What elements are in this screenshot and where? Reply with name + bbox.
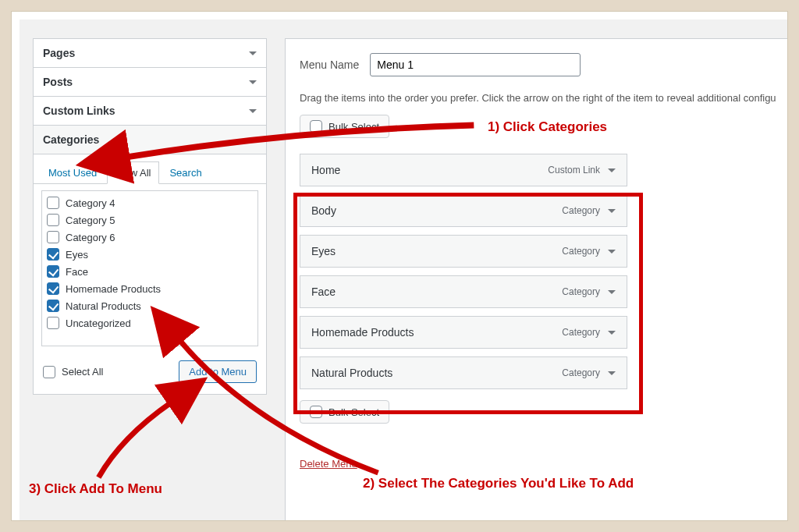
- panel-pages[interactable]: Pages: [33, 38, 267, 68]
- tab-most-used[interactable]: Most Used: [40, 161, 105, 184]
- chevron-down-icon[interactable]: [608, 168, 616, 172]
- panel-custom-links-label: Custom Links: [43, 105, 115, 117]
- annotation-3: 3) Click Add To Menu: [29, 481, 162, 497]
- chevron-down-icon[interactable]: [608, 290, 616, 294]
- checkbox-icon[interactable]: [47, 197, 59, 209]
- chevron-up-icon: [249, 138, 257, 142]
- list-item[interactable]: Natural Products: [47, 297, 253, 314]
- menu-name-input[interactable]: [370, 53, 581, 76]
- tab-view-all[interactable]: View All: [107, 161, 159, 184]
- menu-item[interactable]: Homemade ProductsCategory: [300, 316, 627, 349]
- checkbox-icon[interactable]: [47, 214, 59, 226]
- menu-name-label: Menu Name: [300, 59, 359, 71]
- chevron-down-icon: [249, 80, 257, 84]
- select-all[interactable]: Select All: [43, 364, 103, 381]
- bulk-select-top[interactable]: Bulk Select: [300, 115, 389, 138]
- menu-item-name: Natural Products: [311, 367, 392, 379]
- panel-categories[interactable]: Categories Most Used View All Search Cat…: [33, 126, 267, 395]
- checkbox-icon[interactable]: [47, 248, 59, 261]
- panel-posts-label: Posts: [43, 76, 73, 88]
- menu-item[interactable]: FaceCategory: [300, 275, 627, 308]
- list-item[interactable]: Homemade Products: [47, 280, 253, 297]
- panel-pages-label: Pages: [43, 47, 75, 59]
- add-to-menu-button[interactable]: Add to Menu: [179, 360, 257, 383]
- menu-item-name: Eyes: [311, 245, 336, 257]
- list-item[interactable]: Face: [47, 263, 253, 280]
- menu-item[interactable]: EyesCategory: [300, 235, 627, 268]
- category-tabs: Most Used View All Search: [34, 154, 266, 184]
- menu-item[interactable]: HomeCustom Link: [300, 154, 627, 186]
- list-item[interactable]: Category 5: [47, 211, 253, 229]
- list-item[interactable]: Category 6: [47, 229, 253, 246]
- list-item[interactable]: Category 4: [47, 194, 253, 211]
- menu-item-type: Custom Link: [548, 165, 616, 176]
- panel-posts[interactable]: Posts: [33, 68, 267, 97]
- checkbox-icon[interactable]: [47, 231, 59, 243]
- category-checklist[interactable]: Category 4Category 5Category 6EyesFaceHo…: [41, 190, 258, 346]
- checkbox-icon[interactable]: [47, 317, 59, 329]
- menu-items-list: HomeCustom LinkBodyCategoryEyesCategoryF…: [300, 154, 787, 389]
- menu-item-type: Category: [562, 286, 616, 297]
- menu-item-name: Home: [311, 164, 340, 176]
- menu-item-type: Category: [562, 246, 616, 257]
- checkbox-icon[interactable]: [43, 366, 55, 378]
- bulk-select-label: Bulk Select: [328, 121, 379, 133]
- list-item-label: Category 6: [66, 232, 115, 243]
- list-item[interactable]: Uncategorized: [47, 314, 253, 332]
- list-item-label: Face: [66, 266, 88, 278]
- left-column: Pages Posts Custom Links Categories: [33, 38, 267, 395]
- checkbox-icon[interactable]: [310, 120, 322, 133]
- menu-item[interactable]: Natural ProductsCategory: [300, 356, 627, 389]
- checkbox-icon[interactable]: [47, 282, 59, 295]
- list-item-label: Eyes: [66, 249, 88, 261]
- right-column: Menu Name Drag the items into the order …: [285, 38, 787, 520]
- panel-custom-links[interactable]: Custom Links: [33, 97, 267, 126]
- chevron-down-icon[interactable]: [608, 250, 616, 254]
- help-text: Drag the items into the order you prefer…: [300, 92, 787, 104]
- list-item-label: Homemade Products: [66, 283, 161, 295]
- list-item-label: Category 4: [66, 197, 115, 209]
- chevron-down-icon[interactable]: [608, 209, 616, 213]
- chevron-down-icon: [249, 109, 257, 113]
- menu-item-type: Category: [562, 205, 616, 216]
- admin-main: Pages Posts Custom Links Categories: [20, 20, 787, 520]
- checkbox-icon[interactable]: [47, 300, 59, 312]
- outer-frame: Pages Posts Custom Links Categories: [11, 11, 788, 521]
- chevron-down-icon: [249, 51, 257, 55]
- chevron-down-icon[interactable]: [608, 371, 616, 375]
- checkbox-icon[interactable]: [310, 406, 322, 418]
- tab-search[interactable]: Search: [161, 161, 210, 184]
- checkbox-icon[interactable]: [47, 265, 59, 278]
- panel-categories-body: Most Used View All Search Category 4Cate…: [34, 154, 266, 394]
- list-item[interactable]: Eyes: [47, 246, 253, 263]
- menu-item-name: Homemade Products: [311, 326, 414, 339]
- panel-categories-label: Categories: [43, 133, 99, 146]
- select-all-label: Select All: [62, 366, 103, 378]
- menu-item[interactable]: BodyCategory: [300, 194, 627, 227]
- bulk-select-bottom[interactable]: Bulk Select: [300, 400, 389, 424]
- menu-item-type: Category: [562, 367, 616, 378]
- list-item-label: Natural Products: [66, 300, 141, 312]
- list-item-label: Uncategorized: [66, 317, 131, 329]
- bulk-select-label: Bulk Select: [328, 406, 379, 418]
- chevron-down-icon[interactable]: [608, 331, 616, 335]
- menu-item-name: Face: [311, 286, 336, 298]
- menu-item-type: Category: [562, 327, 616, 338]
- list-item-label: Category 5: [66, 215, 115, 226]
- menu-item-name: Body: [311, 204, 336, 217]
- delete-menu-link[interactable]: Delete Menu: [300, 458, 357, 470]
